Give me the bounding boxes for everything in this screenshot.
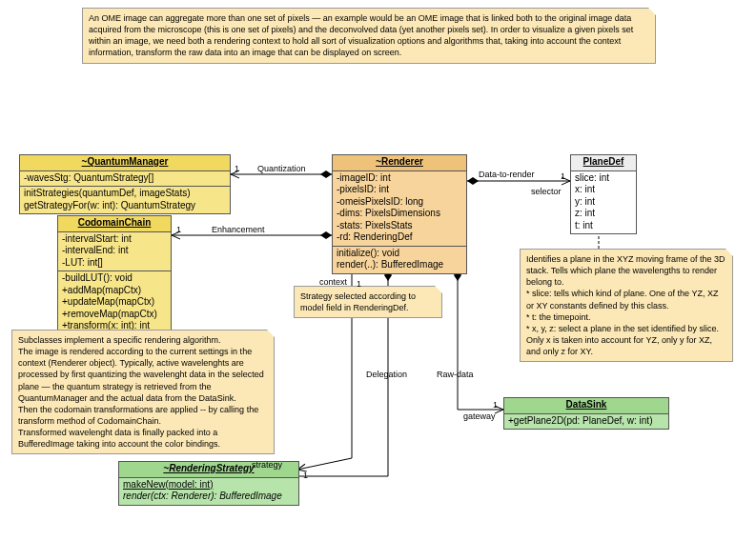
class-renderer: ~Renderer -imageID: int -pixelsID: int -… (332, 154, 467, 274)
class-title: ~QuantumManager (20, 155, 230, 170)
class-ops: -buildLUT(): void +addMap(mapCtx) +updat… (58, 270, 171, 334)
label-gateway: gateway (463, 411, 496, 421)
note-text: Subclasses implement a specific renderin… (18, 335, 264, 449)
class-title: CodomainChain (58, 216, 171, 231)
label-one: 1 (493, 400, 498, 410)
class-attrs: -wavesStg: QuantumStrategy[] (20, 170, 230, 187)
note-text: Identifies a plane in the XYZ moving fra… (526, 254, 725, 356)
note-text: Strategy selected according to model fie… (300, 291, 416, 312)
label-one: 1 (176, 225, 181, 234)
label-enhancement: Enhancement (212, 225, 265, 234)
class-title: DataSink (504, 398, 668, 413)
class-ops: initialize(): void render(..): BufferedI… (333, 246, 466, 273)
class-title: ~Renderer (333, 155, 466, 170)
label-delegation: Delegation (366, 370, 407, 379)
note-top: An OME image can aggregate more than one… (82, 8, 656, 64)
class-attrs: slice: int x: int y: int z: int t: int (571, 170, 636, 234)
label-quantization: Quantization (257, 164, 306, 173)
note-subclasses: Subclasses implement a specific renderin… (11, 330, 275, 454)
label-strategy: strategy (252, 460, 282, 470)
label-raw-data: Raw-data (437, 370, 474, 379)
label-selector: selector (531, 187, 562, 196)
class-codomain-chain: CodomainChain -intervalStart: int -inter… (57, 215, 172, 335)
label-one: 1 (235, 164, 239, 173)
label-data-to-render: Data-to-render (479, 170, 535, 179)
class-data-sink: DataSink +getPlane2D(pd: PlaneDef, w: in… (503, 397, 669, 430)
op-abstract: render(ctx: Renderer): BufferedImage (123, 491, 282, 501)
label-context: context (319, 277, 347, 287)
class-quantum-manager: ~QuantumManager -wavesStg: QuantumStrate… (19, 154, 231, 214)
note-planedef: Identifies a plane in the XYZ moving fra… (520, 249, 733, 362)
label-one: 1 (357, 279, 361, 289)
label-one: 1 (561, 171, 565, 181)
class-title: PlaneDef (571, 155, 636, 170)
class-ops: initStrategies(quantumDef, imageStats) g… (20, 186, 230, 213)
class-attrs: -intervalStart: int -intervalEnd: int -L… (58, 231, 171, 271)
class-ops: makeNew(model: int) render(ctx: Renderer… (119, 477, 298, 505)
op-static: makeNew(model: int) (123, 479, 213, 490)
class-plane-def: PlaneDef slice: int x: int y: int z: int… (570, 154, 637, 234)
class-ops: +getPlane2D(pd: PlaneDef, w: int) (504, 413, 668, 430)
note-text: An OME image can aggregate more than one… (89, 13, 633, 57)
note-strategy: Strategy selected according to model fie… (294, 286, 442, 318)
class-attrs: -imageID: int -pixelsID: int -omeisPixel… (333, 170, 466, 246)
label-one: 1 (303, 471, 308, 480)
